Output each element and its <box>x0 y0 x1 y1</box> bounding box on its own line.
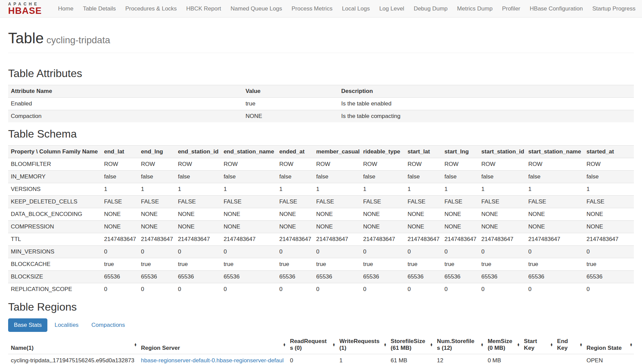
tab-base-stats[interactable]: Base Stats <box>8 318 47 332</box>
sort-icon[interactable]: ▴▾ <box>333 343 335 346</box>
sort-icon[interactable]: ▴▾ <box>518 343 519 346</box>
tab-localities[interactable]: Localities <box>49 318 84 332</box>
schema-value-cell: 0 <box>138 283 175 296</box>
region-row: cycling-tripdata,,1719475156245.e95d0a13… <box>8 354 634 364</box>
regions-column-header[interactable]: MemSize (0 MB)▴▾ <box>485 335 521 354</box>
schema-value-cell: 65536 <box>221 271 277 283</box>
schema-value-cell: NONE <box>479 221 526 233</box>
region-server-link[interactable]: hbase-regionserver-default-0.hbase-regio… <box>141 357 284 364</box>
nav-item[interactable]: Metrics Dump <box>452 0 497 17</box>
regions-column-header[interactable]: Region State▴▾ <box>584 335 634 354</box>
schema-value-cell: 0 <box>138 246 175 258</box>
nav-link[interactable]: Local Logs <box>337 0 374 17</box>
nav-item[interactable]: HBase Configuration <box>525 0 588 17</box>
nav-link[interactable]: Process Metrics <box>287 0 337 17</box>
schema-value-cell: 65536 <box>584 271 634 283</box>
page-title-text: Table <box>8 30 44 46</box>
sort-icon[interactable]: ▴▾ <box>580 343 582 346</box>
regions-column-header[interactable]: Name(1)▴▾ <box>8 335 138 354</box>
schema-value-cell: 2147483647 <box>276 233 313 246</box>
regions-column-header[interactable]: Region Server▴▾ <box>138 335 287 354</box>
schema-value-cell: 0 <box>584 283 634 296</box>
nav-item[interactable]: Table Details <box>78 0 120 17</box>
sort-icon[interactable]: ▴▾ <box>431 343 433 346</box>
sort-down-arrow: ▾ <box>384 345 386 346</box>
schema-corner-header: Property \ Column Family Name <box>8 146 102 158</box>
schema-value-cell: ROW <box>221 158 277 171</box>
nav-item[interactable]: Local Logs <box>337 0 374 17</box>
nav-item[interactable]: Home <box>53 0 78 17</box>
schema-value-cell: ROW <box>584 158 634 171</box>
schema-value-cell: 1 <box>479 183 526 196</box>
schema-value-cell: 65536 <box>442 271 479 283</box>
nav-item[interactable]: Named Queue Logs <box>226 0 287 17</box>
page-container: Tablecycling-tripdata Table Attributes A… <box>0 30 642 364</box>
nav-link[interactable]: HBCK Report <box>181 0 226 17</box>
schema-property-cell: VERSIONS <box>8 183 102 196</box>
sort-icon[interactable]: ▴▾ <box>481 343 483 346</box>
schema-value-cell: 0 <box>175 246 221 258</box>
schema-value-cell: 0 <box>405 283 442 296</box>
region-server-cell: hbase-regionserver-default-0.hbase-regio… <box>138 354 287 364</box>
schema-value-cell: 0 <box>360 246 405 258</box>
sort-icon[interactable]: ▴▾ <box>630 343 632 346</box>
schema-value-cell: ROW <box>313 158 360 171</box>
schema-family-header: start_station_id <box>479 146 526 158</box>
schema-value-cell: 2147483647 <box>138 233 175 246</box>
schema-family-header: started_at <box>584 146 634 158</box>
nav-link[interactable]: Metrics Dump <box>452 0 497 17</box>
tab-compactions[interactable]: Compactions <box>86 318 131 332</box>
regions-column-header[interactable]: Start Key▴▾ <box>521 335 554 354</box>
schema-value-cell: FALSE <box>102 196 138 208</box>
sort-icon[interactable]: ▴▾ <box>135 343 136 346</box>
regions-column-header[interactable]: WriteRequests (1)▴▾ <box>337 335 388 354</box>
attribute-description-cell: Is the table compacting <box>338 110 634 123</box>
nav-link[interactable]: Debug Dump <box>409 0 452 17</box>
nav-link[interactable]: Profiler <box>497 0 525 17</box>
nav-item[interactable]: Procedures & Locks <box>120 0 181 17</box>
nav-link[interactable]: Home <box>53 0 78 17</box>
schema-value-cell: false <box>276 171 313 183</box>
nav-link[interactable]: Table Details <box>78 0 120 17</box>
schema-value-cell: NONE <box>138 221 175 233</box>
title-divider <box>8 53 634 53</box>
schema-value-cell: 65536 <box>102 271 138 283</box>
nav-link[interactable]: HBase Configuration <box>525 0 588 17</box>
schema-value-cell: false <box>479 171 526 183</box>
nav-item[interactable]: Startup Progress <box>588 0 640 17</box>
schema-value-cell: false <box>175 171 221 183</box>
nav-item[interactable]: Profiler <box>497 0 525 17</box>
schema-row: DATA_BLOCK_ENCODINGNONENONENONENONENONEN… <box>8 208 634 221</box>
schema-value-cell: false <box>360 171 405 183</box>
regions-column-label: Region State <box>586 345 622 351</box>
nav-link[interactable]: Named Queue Logs <box>226 0 287 17</box>
schema-value-cell: 0 <box>442 283 479 296</box>
nav-item[interactable]: Log Level <box>375 0 409 17</box>
hbase-logo[interactable]: APACHE HBASE <box>8 2 42 16</box>
nav-link[interactable]: Procedures & Locks <box>120 0 181 17</box>
schema-value-cell: false <box>138 171 175 183</box>
regions-column-header[interactable]: End Key▴▾ <box>554 335 584 354</box>
nav-link[interactable]: Log Level <box>375 0 409 17</box>
sort-icon[interactable]: ▴▾ <box>551 343 553 346</box>
schema-row: BLOCKSIZE6553665536655366553665536655366… <box>8 271 634 283</box>
attribute-name-cell: Compaction <box>8 110 243 123</box>
attributes-column-header: Value <box>243 85 338 98</box>
sort-icon[interactable]: ▴▾ <box>284 343 285 346</box>
schema-value-cell: 65536 <box>360 271 405 283</box>
schema-row: BLOOMFILTERROWROWROWROWROWROWROWROWROWRO… <box>8 158 634 171</box>
schema-value-cell: 1 <box>442 183 479 196</box>
schema-value-cell: 65536 <box>138 271 175 283</box>
regions-column-header[interactable]: ReadRequests (0)▴▾ <box>287 335 337 354</box>
sort-icon[interactable]: ▴▾ <box>384 343 386 346</box>
regions-column-header[interactable]: Num.Storefiles (12)▴▾ <box>434 335 485 354</box>
nav-item[interactable]: Debug Dump <box>409 0 452 17</box>
region-read-requests-cell: 0 <box>287 354 337 364</box>
nav-link[interactable]: Startup Progress <box>588 0 640 17</box>
schema-value-cell: 65536 <box>276 271 313 283</box>
nav-item[interactable]: HBCK Report <box>181 0 226 17</box>
nav-item[interactable]: Process Metrics <box>287 0 337 17</box>
schema-row: MIN_VERSIONS000000000000 <box>8 246 634 258</box>
regions-column-header[interactable]: StorefileSize (61 MB)▴▾ <box>388 335 434 354</box>
schema-value-cell: ROW <box>479 158 526 171</box>
